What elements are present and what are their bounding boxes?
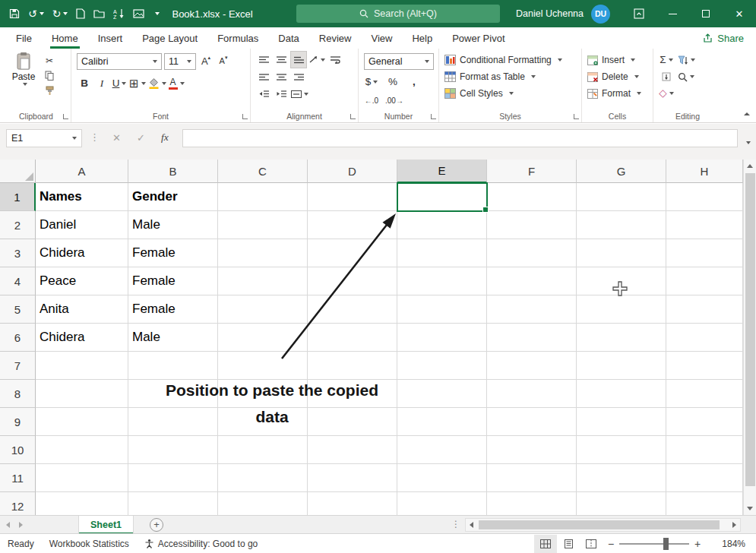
formula-bar-drag-handle[interactable]: ⋮ bbox=[90, 131, 100, 143]
cell-h3[interactable] bbox=[666, 239, 743, 267]
ribbon-display-options-button[interactable] bbox=[622, 0, 656, 27]
row-header-11[interactable]: 11 bbox=[0, 464, 36, 492]
row-header-9[interactable]: 9 bbox=[0, 408, 36, 436]
formula-input[interactable] bbox=[182, 129, 738, 147]
font-name-combo[interactable]: Calibri bbox=[77, 53, 162, 70]
format-cells-button[interactable]: Format bbox=[587, 85, 649, 102]
cell-d7[interactable] bbox=[308, 352, 397, 380]
redo-button[interactable]: ↻ bbox=[52, 8, 68, 19]
column-header-f[interactable]: F bbox=[487, 160, 577, 183]
tab-page-layout[interactable]: Page Layout bbox=[132, 27, 207, 49]
cell-e11[interactable] bbox=[397, 464, 487, 492]
cell-f7[interactable] bbox=[487, 352, 577, 380]
cell-b2[interactable]: Male bbox=[128, 211, 218, 239]
column-header-c[interactable]: C bbox=[218, 160, 308, 183]
orientation-dropdown-icon[interactable] bbox=[321, 58, 325, 62]
cell-h8[interactable] bbox=[666, 380, 743, 408]
cell-e3[interactable] bbox=[397, 239, 487, 267]
cell-c9[interactable] bbox=[218, 408, 308, 436]
cell-d6[interactable] bbox=[308, 324, 397, 352]
open-file-button[interactable] bbox=[93, 9, 105, 18]
cell-b10[interactable] bbox=[128, 436, 218, 464]
collapse-ribbon-button[interactable] bbox=[744, 105, 750, 118]
cell-c12[interactable] bbox=[218, 492, 308, 515]
horizontal-scrollbar-track[interactable] bbox=[477, 519, 729, 531]
maximize-button[interactable] bbox=[689, 0, 723, 27]
cut-button[interactable]: ✂ bbox=[42, 55, 57, 66]
row-header-1[interactable]: 1 bbox=[0, 183, 36, 211]
horizontal-scrollbar-thumb[interactable] bbox=[479, 520, 720, 529]
cell-e12[interactable] bbox=[397, 492, 487, 515]
decrease-font-size-button[interactable]: A bbox=[216, 53, 231, 69]
scroll-left-button[interactable] bbox=[466, 519, 477, 531]
vertical-scrollbar[interactable] bbox=[743, 160, 756, 515]
cell-h2[interactable] bbox=[666, 211, 743, 239]
cell-a12[interactable] bbox=[36, 492, 128, 515]
name-box-dropdown-icon[interactable] bbox=[72, 137, 77, 140]
avatar[interactable]: DU bbox=[591, 5, 610, 24]
increase-font-size-button[interactable]: A bbox=[198, 53, 214, 69]
insert-picture-button[interactable] bbox=[133, 9, 144, 18]
align-left-button[interactable] bbox=[256, 69, 271, 85]
tab-home[interactable]: Home bbox=[42, 27, 88, 49]
cell-b12[interactable] bbox=[128, 492, 218, 515]
undo-dropdown-icon[interactable] bbox=[40, 12, 44, 15]
cell-d8[interactable] bbox=[308, 380, 397, 408]
cell-d12[interactable] bbox=[308, 492, 397, 515]
cell-c2[interactable] bbox=[218, 211, 308, 239]
cell-f5[interactable] bbox=[487, 295, 577, 324]
sort-filter-button[interactable] bbox=[678, 52, 695, 68]
cell-a4[interactable]: Peace bbox=[36, 267, 128, 295]
zoom-slider-thumb[interactable] bbox=[663, 538, 669, 550]
delete-cells-button[interactable]: Delete bbox=[587, 68, 649, 85]
expand-formula-bar-button[interactable] bbox=[744, 135, 751, 149]
cell-h6[interactable] bbox=[666, 324, 743, 352]
zoom-out-button[interactable] bbox=[603, 538, 619, 550]
cell-b4[interactable]: Female bbox=[128, 267, 218, 295]
page-break-preview-button[interactable] bbox=[580, 535, 603, 553]
cell-f2[interactable] bbox=[487, 211, 577, 239]
share-button[interactable]: Share bbox=[703, 33, 744, 44]
font-color-button[interactable]: A bbox=[169, 75, 185, 91]
cell-h1[interactable] bbox=[666, 183, 743, 211]
cell-f12[interactable] bbox=[487, 492, 577, 515]
cell-g5[interactable] bbox=[577, 295, 666, 324]
cell-a11[interactable] bbox=[36, 464, 128, 492]
cell-e4[interactable] bbox=[397, 267, 487, 295]
cell-f1[interactable] bbox=[487, 183, 577, 211]
scroll-up-button[interactable] bbox=[744, 160, 756, 172]
alignment-dialog-launcher-icon[interactable] bbox=[350, 114, 356, 119]
cell-g7[interactable] bbox=[577, 352, 666, 380]
cell-g10[interactable] bbox=[577, 436, 666, 464]
cell-c6[interactable] bbox=[218, 324, 308, 352]
tab-help[interactable]: Help bbox=[402, 27, 442, 49]
cell-f4[interactable] bbox=[487, 267, 577, 295]
cell-h11[interactable] bbox=[666, 464, 743, 492]
accounting-format-button[interactable]: $ bbox=[364, 74, 379, 90]
cell-f11[interactable] bbox=[487, 464, 577, 492]
cell-a10[interactable] bbox=[36, 436, 128, 464]
workbook-statistics-button[interactable]: Workbook Statistics bbox=[42, 539, 137, 549]
number-format-combo[interactable]: General bbox=[364, 53, 434, 70]
cell-g2[interactable] bbox=[577, 211, 666, 239]
tab-power-pivot[interactable]: Power Pivot bbox=[442, 27, 514, 49]
fill-color-dropdown-icon[interactable] bbox=[162, 82, 166, 85]
paste-dropdown-icon[interactable] bbox=[23, 83, 27, 86]
row-header-5[interactable]: 5 bbox=[0, 295, 36, 324]
insert-function-button[interactable]: fx bbox=[161, 131, 169, 144]
zoom-level[interactable]: 184% bbox=[710, 539, 745, 549]
row-header-3[interactable]: 3 bbox=[0, 239, 36, 267]
cell-b9[interactable] bbox=[128, 408, 218, 436]
cell-h12[interactable] bbox=[666, 492, 743, 515]
cell-g12[interactable] bbox=[577, 492, 666, 515]
cell-b1[interactable]: Gender bbox=[128, 183, 218, 211]
cell-f10[interactable] bbox=[487, 436, 577, 464]
horizontal-scrollbar[interactable] bbox=[465, 518, 741, 532]
cell-a7[interactable] bbox=[36, 352, 128, 380]
row-header-10[interactable]: 10 bbox=[0, 436, 36, 464]
row-header-4[interactable]: 4 bbox=[0, 267, 36, 295]
cell-a2[interactable]: Daniel bbox=[36, 211, 128, 239]
row-header-8[interactable]: 8 bbox=[0, 380, 36, 408]
cell-c7[interactable] bbox=[218, 352, 308, 380]
cell-g3[interactable] bbox=[577, 239, 666, 267]
